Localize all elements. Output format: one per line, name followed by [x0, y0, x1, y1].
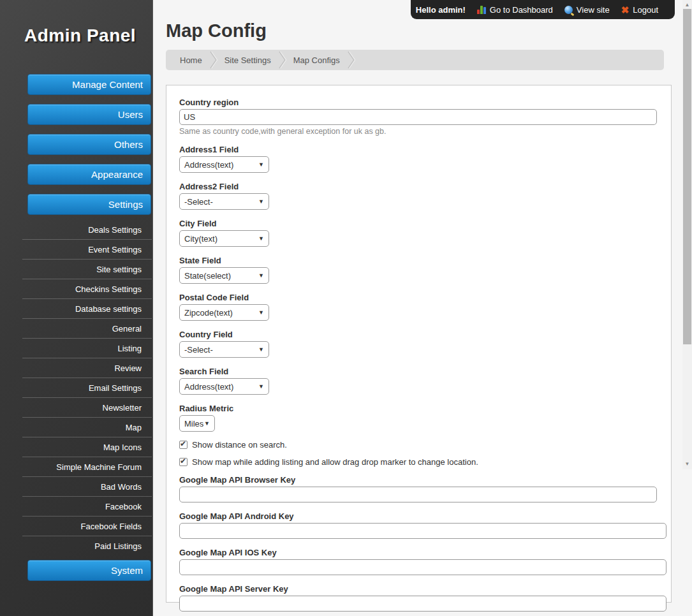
view-site-link[interactable]: View site — [564, 5, 610, 15]
view-site-label: View site — [577, 5, 610, 15]
address2-field-value: -Select- — [184, 197, 213, 207]
show-distance-checkbox[interactable] — [179, 441, 188, 449]
magnifier-icon — [564, 6, 573, 14]
postal-code-field-label: Postal Code Field — [179, 293, 671, 302]
country-region-label: Country region — [179, 98, 671, 107]
country-field-value: -Select- — [184, 345, 213, 355]
chevron-down-icon: ▼ — [258, 309, 264, 316]
state-field-select[interactable]: State(select) ▼ — [179, 267, 269, 284]
search-field-label: Search Field — [179, 367, 671, 376]
api-server-key-input[interactable] — [179, 596, 666, 612]
logout-link[interactable]: ✖ Logout — [621, 5, 658, 15]
topbar: Hello admin! Go to Dashboard View site ✖… — [411, 0, 675, 19]
api-ios-key-label: Google Map API IOS Key — [179, 548, 671, 557]
country-field-select[interactable]: -Select- ▼ — [179, 341, 269, 358]
chevron-down-icon: ▼ — [258, 235, 264, 242]
chevron-right-icon — [277, 50, 287, 70]
logout-label: Logout — [633, 5, 658, 15]
sidebar-item-site-settings[interactable]: Site settings — [22, 260, 152, 279]
radius-metric-value: Miles — [184, 419, 203, 429]
settings-submenu: Deals Settings Event Settings Site setti… — [22, 220, 152, 556]
address2-field-select[interactable]: -Select- ▼ — [179, 193, 269, 210]
sidebar-item-checkins-settings[interactable]: Checkins Settings — [22, 279, 152, 299]
scroll-down-icon[interactable]: ▼ — [682, 460, 692, 468]
sidebar-item-simple-machine-forum[interactable]: Simple Machine Forum — [22, 457, 152, 477]
sidebar-item-appearance[interactable]: Appearance — [27, 164, 151, 185]
radius-metric-select[interactable]: Miles ▼ — [179, 415, 215, 432]
api-server-key-label: Google Map API Server Key — [179, 584, 671, 594]
sidebar-item-newsletter[interactable]: Newsletter — [22, 398, 152, 418]
sidebar-item-map-icons[interactable]: Map Icons — [22, 437, 152, 457]
sidebar-item-bad-words[interactable]: Bad Words — [22, 477, 152, 497]
sidebar-item-map[interactable]: Map — [22, 418, 152, 437]
sidebar-item-event-settings[interactable]: Event Settings — [22, 240, 152, 260]
map-config-form-panel: Country region Same as country code,with… — [166, 85, 672, 603]
country-field-label: Country Field — [179, 330, 671, 339]
postal-code-field-select[interactable]: Zipcode(text) ▼ — [179, 304, 269, 321]
sidebar-item-email-settings[interactable]: Email Settings — [22, 378, 152, 398]
chevron-down-icon: ▼ — [258, 346, 264, 353]
sidebar: Admin Panel Manage Content Users Others … — [0, 0, 153, 616]
api-browser-key-input[interactable] — [179, 487, 657, 502]
show-distance-label: Show distance on search. — [192, 440, 287, 450]
api-android-key-label: Google Map API Android Key — [179, 511, 671, 521]
show-map-checkbox[interactable] — [179, 458, 188, 466]
greeting-text: Hello admin! — [416, 5, 466, 15]
breadcrumb-map-configs[interactable]: Map Configs — [287, 55, 346, 65]
sidebar-item-general[interactable]: General — [22, 319, 152, 339]
sidebar-item-manage-content[interactable]: Manage Content — [27, 74, 151, 95]
breadcrumb-site-settings[interactable]: Site Settings — [218, 55, 277, 65]
search-field-select[interactable]: Address(text) ▼ — [179, 378, 269, 395]
app-title: Admin Panel — [24, 26, 136, 46]
scroll-up-icon[interactable]: ▲ — [682, 1, 692, 9]
country-region-help: Same as country code,with general except… — [179, 127, 671, 136]
breadcrumb-home[interactable]: Home — [173, 55, 209, 65]
chevron-down-icon: ▼ — [258, 383, 264, 390]
scrollbar-thumb[interactable] — [683, 9, 691, 344]
sidebar-item-users[interactable]: Users — [27, 104, 151, 125]
sidebar-item-deals-settings[interactable]: Deals Settings — [22, 220, 152, 240]
api-ios-key-input[interactable] — [179, 559, 666, 575]
country-region-input[interactable] — [179, 109, 657, 125]
sidebar-item-facebook-fields[interactable]: Facebook Fields — [22, 517, 152, 536]
sidebar-item-review[interactable]: Review — [22, 358, 152, 378]
breadcrumb: Home Site Settings Map Configs — [166, 50, 664, 70]
address1-field-label: Address1 Field — [179, 145, 671, 154]
chevron-down-icon: ▼ — [258, 272, 264, 279]
chevron-down-icon: ▼ — [204, 420, 210, 427]
state-field-label: State Field — [179, 256, 671, 265]
sidebar-item-others[interactable]: Others — [27, 134, 151, 155]
chevron-right-icon — [346, 50, 356, 70]
api-android-key-input[interactable] — [179, 523, 666, 539]
chevron-down-icon: ▼ — [258, 198, 264, 205]
address2-field-label: Address2 Field — [179, 182, 671, 191]
vertical-scrollbar[interactable]: ▲ ▼ — [682, 0, 692, 469]
city-field-label: City Field — [179, 219, 671, 228]
city-field-select[interactable]: City(text) ▼ — [179, 230, 269, 247]
address1-field-value: Address(text) — [184, 160, 233, 170]
go-to-dashboard-label: Go to Dashboard — [490, 5, 553, 15]
sidebar-item-system[interactable]: System — [27, 560, 151, 581]
go-to-dashboard-link[interactable]: Go to Dashboard — [477, 5, 553, 15]
address1-field-select[interactable]: Address(text) ▼ — [179, 156, 269, 173]
bar-chart-icon — [477, 6, 486, 14]
sidebar-item-database-settings[interactable]: Database settings — [22, 299, 152, 319]
show-distance-row: Show distance on search. — [179, 440, 671, 449]
sidebar-item-facebook[interactable]: Facebook — [22, 497, 152, 517]
sidebar-item-listing[interactable]: Listing — [22, 339, 152, 358]
chevron-down-icon: ▼ — [258, 161, 264, 168]
api-browser-key-label: Google Map API Browser Key — [179, 475, 671, 485]
postal-code-field-value: Zipcode(text) — [184, 308, 233, 318]
search-field-value: Address(text) — [184, 382, 233, 392]
sidebar-item-paid-listings[interactable]: Paid Listings — [22, 536, 152, 556]
logout-x-icon: ✖ — [621, 6, 629, 14]
sidebar-item-settings[interactable]: Settings — [27, 194, 151, 215]
show-map-row: Show map while adding listing and allow … — [179, 457, 671, 466]
radius-metric-label: Radius Metric — [179, 404, 671, 413]
show-map-label: Show map while adding listing and allow … — [192, 457, 478, 467]
chevron-right-icon — [209, 50, 218, 70]
page-title: Map Config — [166, 20, 267, 41]
state-field-value: State(select) — [184, 271, 231, 281]
city-field-value: City(text) — [184, 234, 217, 244]
